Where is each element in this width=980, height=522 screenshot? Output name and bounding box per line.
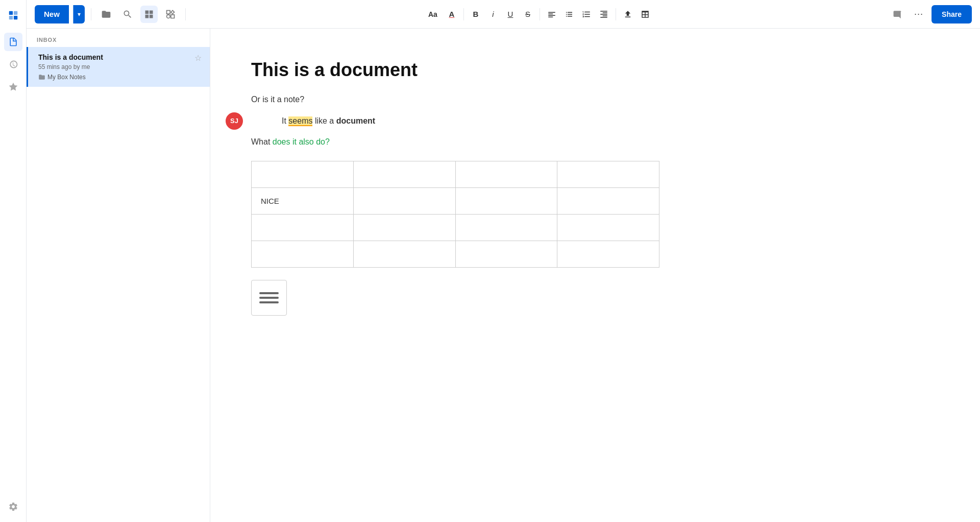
bold-button[interactable]: B [468,7,483,22]
underline-button[interactable]: U [503,7,518,22]
fmt-sep-1 [463,8,464,20]
table-cell[interactable] [455,161,557,187]
indent-button[interactable] [596,7,611,22]
svg-rect-4 [166,10,170,14]
layout-button[interactable] [140,6,158,23]
editor-area[interactable]: This is a document Or is it a note? SJ I… [210,29,980,522]
note-meta: 55 mins ago by me [38,63,200,70]
note-location-text: My Box Notes [47,74,86,81]
recent-icon[interactable] [4,55,22,74]
bullet-list-button[interactable] [561,7,577,22]
comments-button[interactable] [889,6,906,23]
doc-title: This is a document [251,59,939,81]
strikethrough-button[interactable]: S [520,7,535,22]
text-color-button[interactable]: A [444,7,459,22]
note-location: My Box Notes [38,74,200,81]
table-cell[interactable] [353,241,455,267]
highlighted-text: seems [288,116,312,126]
more-options-button[interactable]: ··· [910,6,927,23]
link-text[interactable]: does it also do? [273,137,330,146]
note-title: This is a document [38,53,200,61]
svg-rect-3 [13,16,17,19]
note-line-1 [259,292,279,294]
table-cell[interactable] [252,161,354,187]
toolbar: New ▾ A [27,0,980,29]
table-cell[interactable] [252,241,354,267]
embedded-note-widget[interactable] [251,280,287,316]
table-row [252,161,659,187]
table-cell[interactable] [455,187,557,214]
table-row [252,241,659,267]
table-cell[interactable] [557,241,659,267]
table-button[interactable] [638,7,653,22]
table-cell[interactable] [353,161,455,187]
content-area: INBOX This is a document 55 mins ago by … [27,29,980,522]
new-button[interactable]: New [35,5,69,23]
table-cell[interactable] [353,187,455,214]
note-star-button[interactable]: ☆ [194,53,202,63]
toolbar-separator-2 [185,8,186,20]
fmt-sep-3 [616,8,616,20]
svg-rect-0 [9,11,12,15]
table-cell[interactable] [252,214,354,241]
table-cell[interactable] [557,187,659,214]
table-row [252,214,659,241]
inbox-label: INBOX [27,29,210,47]
table-row: NICE [252,187,659,214]
note-item[interactable]: This is a document 55 mins ago by me My … [27,47,210,87]
doc-para-2: It seems like a document [282,114,939,128]
toolbar-separator-1 [91,8,91,20]
font-size-button[interactable]: Aa [424,7,442,22]
italic-button[interactable]: i [485,7,501,22]
svg-rect-1 [13,11,17,15]
settings-icon[interactable] [4,497,22,516]
logo-icon[interactable] [4,6,22,25]
note-line-3 [259,301,279,303]
table-cell[interactable] [557,214,659,241]
starred-icon[interactable] [4,78,22,96]
table-cell[interactable] [353,214,455,241]
icon-rail [0,0,27,522]
upload-button[interactable] [620,7,635,22]
shape-button[interactable] [162,6,179,23]
doc-para-1: Or is it a note? [251,93,939,106]
folder-button[interactable] [97,6,115,23]
table-cell-nice[interactable]: NICE [252,187,354,214]
app-container: New ▾ A [27,0,980,522]
new-dropdown-button[interactable]: ▾ [73,5,85,23]
fmt-sep-2 [540,8,540,20]
doc-para-3: What does it also do? [251,135,939,149]
sidebar: INBOX This is a document 55 mins ago by … [27,29,210,522]
table-cell[interactable] [557,161,659,187]
svg-rect-2 [9,16,12,19]
align-button[interactable] [544,7,559,22]
search-button[interactable] [119,6,136,23]
share-button[interactable]: Share [932,5,972,23]
comment-section: SJ It seems like a document [251,114,939,128]
note-line-2 [259,297,279,299]
table-container: NICE [251,161,939,268]
bold-text: document [336,116,375,125]
toolbar-right: ··· Share [889,5,972,23]
doc-table: NICE [251,161,659,268]
user-avatar: SJ [226,112,243,130]
number-list-button[interactable] [579,7,594,22]
table-cell[interactable] [455,214,557,241]
format-toolbar: Aa A B i U S [192,7,885,22]
notes-icon[interactable] [4,33,22,51]
table-cell[interactable] [455,241,557,267]
svg-point-5 [166,14,170,18]
